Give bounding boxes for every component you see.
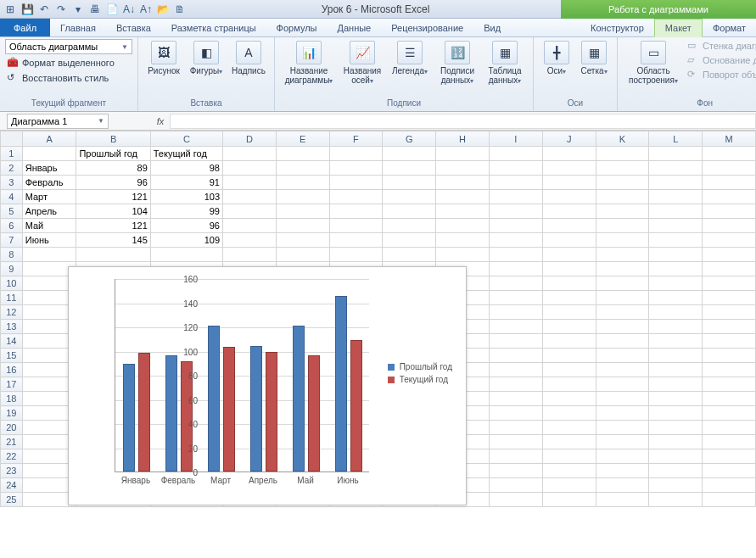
row-header[interactable]: 2 [1, 161, 23, 176]
tab-view[interactable]: Вид [473, 19, 511, 36]
cell[interactable] [223, 190, 277, 204]
cell[interactable] [489, 377, 542, 392]
tab-chart-format[interactable]: Формат [703, 19, 756, 36]
cell[interactable] [703, 233, 756, 248]
cell[interactable] [649, 478, 703, 493]
insert-textbox-button[interactable]: A Надпись [228, 39, 269, 75]
cell[interactable] [649, 377, 703, 392]
cell[interactable] [596, 406, 649, 421]
preview-icon[interactable]: 📄 [105, 3, 119, 16]
cell[interactable] [436, 204, 490, 219]
cell[interactable]: Май [22, 219, 76, 233]
axes-button[interactable]: ╋ Оси▾ [539, 39, 574, 75]
cell[interactable] [22, 147, 76, 161]
cell[interactable] [703, 464, 756, 478]
tab-pagelayout[interactable]: Разметка страницы [161, 19, 266, 36]
cell[interactable] [703, 291, 756, 305]
row-header[interactable]: 5 [1, 204, 23, 219]
cell[interactable] [489, 219, 542, 233]
cell[interactable]: 91 [150, 176, 222, 190]
cell[interactable] [596, 248, 649, 262]
cell[interactable] [276, 176, 329, 190]
cell[interactable] [649, 320, 703, 334]
cell[interactable] [649, 305, 703, 320]
cell[interactable] [542, 190, 596, 204]
cell[interactable] [329, 233, 383, 248]
cell[interactable] [649, 190, 703, 204]
cell[interactable] [542, 363, 596, 377]
row-header[interactable]: 12 [1, 305, 23, 320]
cell[interactable] [542, 435, 596, 449]
cell[interactable] [436, 233, 490, 248]
cell[interactable] [649, 435, 703, 449]
column-header[interactable]: F [329, 131, 383, 147]
cell[interactable] [436, 176, 490, 190]
cell[interactable] [489, 276, 542, 291]
chart-bar[interactable] [266, 352, 277, 472]
cell[interactable] [703, 219, 756, 233]
cell[interactable]: 104 [76, 204, 150, 219]
cell[interactable] [596, 204, 649, 219]
cell[interactable] [649, 406, 703, 421]
cell[interactable] [542, 449, 596, 464]
row-header[interactable]: 1 [1, 147, 23, 161]
row-header[interactable]: 9 [1, 262, 23, 276]
column-header[interactable]: G [383, 131, 436, 147]
tab-review[interactable]: Рецензирование [381, 19, 473, 36]
sort-asc-icon[interactable]: A↓ [122, 3, 136, 16]
cell[interactable]: 121 [76, 219, 150, 233]
cell[interactable] [649, 449, 703, 464]
cell[interactable] [649, 176, 703, 190]
cell[interactable] [542, 406, 596, 421]
tab-formulas[interactable]: Формулы [266, 19, 328, 36]
cell[interactable] [649, 219, 703, 233]
cell[interactable] [596, 363, 649, 377]
column-header[interactable]: A [22, 131, 76, 147]
cell[interactable] [436, 219, 490, 233]
cell[interactable] [542, 262, 596, 276]
cell[interactable]: 96 [76, 176, 150, 190]
cell[interactable] [489, 233, 542, 248]
cell[interactable]: 109 [150, 233, 222, 248]
cell[interactable] [489, 204, 542, 219]
cell[interactable]: Апрель [22, 204, 76, 219]
cell[interactable] [703, 161, 756, 176]
column-header[interactable]: H [436, 131, 490, 147]
cell[interactable] [223, 233, 277, 248]
cell[interactable] [703, 334, 756, 349]
chart-bar[interactable] [350, 340, 362, 472]
undo-icon[interactable]: ↶ [37, 3, 51, 16]
tab-data[interactable]: Данные [327, 19, 381, 36]
cell[interactable] [436, 248, 490, 262]
formula-bar[interactable] [170, 114, 756, 129]
cell[interactable]: 145 [76, 233, 150, 248]
cell[interactable] [649, 363, 703, 377]
cell[interactable] [649, 464, 703, 478]
column-header[interactable]: C [150, 131, 222, 147]
row-header[interactable]: 22 [1, 449, 23, 464]
cell[interactable] [596, 161, 649, 176]
new-icon[interactable]: 🗎 [173, 3, 187, 16]
cell[interactable] [489, 147, 542, 161]
chart-bar[interactable] [223, 347, 235, 472]
cell[interactable]: Февраль [22, 176, 76, 190]
cell[interactable] [596, 334, 649, 349]
cell[interactable] [703, 262, 756, 276]
open-icon[interactable]: 📂 [156, 3, 170, 16]
row-header[interactable]: 16 [1, 363, 23, 377]
row-header[interactable]: 23 [1, 464, 23, 478]
cell[interactable]: 99 [150, 204, 222, 219]
cell[interactable] [489, 349, 542, 363]
cell[interactable] [276, 190, 329, 204]
tab-insert[interactable]: Вставка [106, 19, 161, 36]
cell[interactable] [489, 363, 542, 377]
cell[interactable] [489, 478, 542, 493]
cell[interactable] [489, 320, 542, 334]
cell[interactable] [703, 493, 756, 507]
cell[interactable] [703, 349, 756, 363]
chart-title-button[interactable]: 📊 Название диаграммы▾ [280, 39, 338, 85]
cell[interactable] [703, 449, 756, 464]
cell[interactable] [596, 464, 649, 478]
cell[interactable] [703, 276, 756, 291]
cell[interactable] [542, 291, 596, 305]
